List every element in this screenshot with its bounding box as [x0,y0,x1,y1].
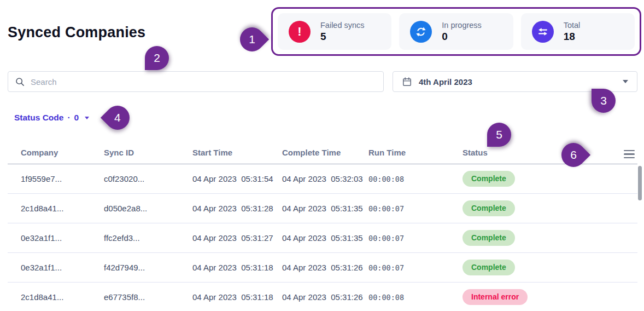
status-code-count: 0 [74,113,79,123]
scrollbar-thumb[interactable] [638,166,642,200]
cell-run-time: 00:00:07 [368,263,462,272]
annotation-callout-4: 4 [101,101,134,135]
page-title: Synced Companies [8,24,145,41]
synced-companies-table: Company Sync ID Start Time Complete Time… [8,141,637,311]
status-badge: Internal error [462,289,528,305]
cell-sync-id: f42d7949... [104,263,192,272]
stat-label: Failed syncs [320,21,365,30]
column-header-start[interactable]: Start Time [192,148,282,157]
search-icon [15,77,25,87]
alert-icon: ! [289,21,311,43]
status-code-label: Status Code [14,113,63,123]
cell-company: 0e32a1f1... [21,263,104,272]
cell-complete-time: 04 Apr 2023 05:31:26 [282,292,368,302]
annotation-callout-3: 3 [592,89,616,113]
stat-value: 5 [320,31,365,43]
cell-start-time: 04 Apr 2023 05:31:18 [192,292,282,302]
cell-company: 0e32a1f1... [21,233,104,243]
cell-sync-id: d050e2a8... [104,204,192,213]
cell-start-time: 04 Apr 2023 05:31:27 [192,233,282,243]
cell-run-time: 00:00:08 [368,175,462,183]
table-row[interactable]: 0e32a1f1... ffc2efd3... 04 Apr 2023 05:3… [8,223,637,253]
sync-icon [410,21,432,43]
stat-card-in-progress: In progress 0 [399,13,513,50]
stat-label: In progress [442,21,482,30]
status-badge: Complete [462,260,515,275]
table-menu-icon[interactable] [624,150,635,158]
annotation-callout-5: 5 [487,123,511,147]
table-row[interactable]: 2c1d8a41... d050e2a8... 04 Apr 2023 05:3… [8,194,637,223]
calendar-icon [402,77,412,87]
column-header-status[interactable]: Status [462,148,637,157]
cell-complete-time: 04 Apr 2023 05:32:03 [282,174,368,183]
cell-run-time: 00:00:07 [368,234,462,243]
cell-sync-id: ffc2efd3... [104,233,192,243]
column-header-run[interactable]: Run Time [368,148,462,157]
column-header-complete[interactable]: Complete Time [282,148,368,157]
status-badge: Complete [462,171,515,187]
cell-sync-id: e67735f8... [104,292,192,302]
stat-value: 18 [564,31,581,43]
search-box[interactable] [8,71,384,92]
stat-value: 0 [442,31,482,43]
status-code-separator: · [67,113,70,123]
chevron-down-icon [623,80,628,83]
cell-complete-time: 04 Apr 2023 05:31:35 [282,204,368,213]
table-row[interactable]: 0e32a1f1... f42d7949... 04 Apr 2023 05:3… [8,253,637,283]
table-row[interactable]: 1f9559e7... c0f23020... 04 Apr 2023 05:3… [8,164,637,194]
stat-card-failed-syncs: ! Failed syncs 5 [278,13,391,50]
annotation-callout-2: 2 [145,46,169,70]
cell-complete-time: 04 Apr 2023 05:31:35 [282,233,368,243]
stats-annotation-box: ! Failed syncs 5 In progress 0 [271,7,641,56]
cell-start-time: 04 Apr 2023 05:31:28 [192,204,282,213]
transfer-icon [532,21,554,43]
chevron-down-icon [85,117,89,119]
status-code-filter[interactable]: Status Code · 0 [14,113,89,123]
status-badge: Complete [462,200,515,216]
column-header-company[interactable]: Company [21,148,104,157]
column-header-sync-id[interactable]: Sync ID [104,148,192,157]
annotation-callout-1: 1 [235,22,269,56]
cell-sync-id: c0f23020... [104,174,192,183]
search-input[interactable] [31,77,377,87]
cell-start-time: 04 Apr 2023 05:31:54 [192,174,282,183]
status-badge: Complete [462,230,515,246]
cell-company: 2c1d8a41... [21,292,104,302]
cell-start-time: 04 Apr 2023 05:31:18 [192,263,282,272]
stat-card-total: Total 18 [521,13,635,50]
cell-company: 2c1d8a41... [21,204,104,213]
cell-complete-time: 04 Apr 2023 05:31:26 [282,263,368,272]
date-value: 4th April 2023 [419,77,616,87]
cell-company: 1f9559e7... [21,174,104,183]
table-header-row: Company Sync ID Start Time Complete Time… [8,141,637,164]
cell-run-time: 00:00:07 [368,204,462,213]
table-row[interactable]: 2c1d8a41... e67735f8... 04 Apr 2023 05:3… [8,283,637,311]
stat-label: Total [564,21,581,30]
cell-run-time: 00:00:08 [368,293,462,302]
